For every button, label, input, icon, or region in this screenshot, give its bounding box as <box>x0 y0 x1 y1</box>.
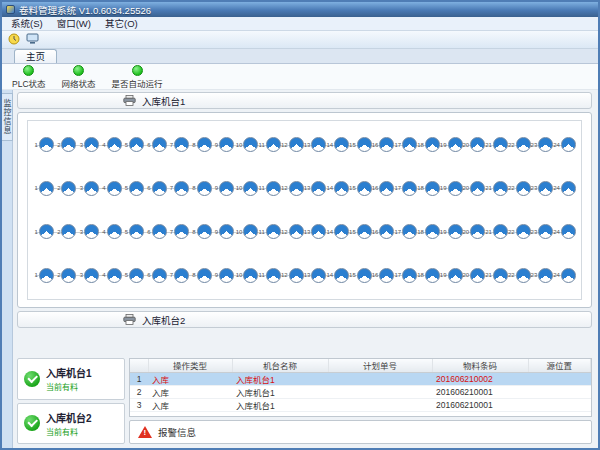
menu-item[interactable]: 其它(O) <box>98 17 145 30</box>
reel-gauge-icon <box>379 137 394 152</box>
slot-number: 2 <box>57 142 60 148</box>
slot-number: 22 <box>508 185 515 191</box>
gauge-slot: 10 <box>236 137 259 152</box>
slot-number: 6 <box>147 142 150 148</box>
slot-number: 13 <box>304 272 311 278</box>
gauge-slot: 14 <box>326 224 349 239</box>
slot-number: 3 <box>80 142 83 148</box>
content-area: 入库机台1 1234567891011121314151617181920212… <box>13 90 598 448</box>
reel-gauge-icon <box>243 268 258 283</box>
slot-number: 14 <box>326 229 333 235</box>
slot-number: 20 <box>463 142 470 148</box>
table-header[interactable]: 物料条码 <box>432 359 528 372</box>
slot-number: 17 <box>394 142 401 148</box>
reel-gauge-icon <box>516 268 531 283</box>
printer-icon[interactable] <box>123 95 136 106</box>
reel-gauge-icon <box>334 137 349 152</box>
slot-number: 4 <box>102 185 105 191</box>
gauge-slot: 14 <box>326 181 349 196</box>
slot-number: 5 <box>125 185 128 191</box>
gauge-slot: 4 <box>101 181 124 196</box>
slot-number: 22 <box>508 272 515 278</box>
reel-gauge-icon <box>152 137 167 152</box>
reel-gauge-icon <box>61 268 76 283</box>
slot-number: 4 <box>102 142 105 148</box>
table-cell: 入库机台1 <box>232 385 328 398</box>
reel-gauge-icon <box>402 181 417 196</box>
reel-gauge-icon <box>402 268 417 283</box>
gauge-slot: 24 <box>553 268 576 283</box>
title-bar: 卷料管理系统 V1.0.6034.25526 <box>2 2 598 17</box>
gauge-slot: 9 <box>213 224 236 239</box>
reel-gauge-icon <box>289 137 304 152</box>
monitor-toolbar-button[interactable] <box>24 32 41 48</box>
gauge-slot: 16 <box>372 224 395 239</box>
gauge-slot: 15 <box>349 224 372 239</box>
check-icon <box>24 371 40 387</box>
side-dock-tab[interactable]: 监控信息 <box>2 93 13 141</box>
machine-card-status: 当前有料 <box>46 426 92 437</box>
reel-gauge-icon <box>174 224 189 239</box>
menu-bar: 系统(S)窗口(W)其它(O) <box>2 17 598 31</box>
gauge-slot: 17 <box>394 137 417 152</box>
table-row[interactable]: 1入库入库机台1201606210002 <box>130 372 591 385</box>
tab-home[interactable]: 主页 <box>14 49 57 63</box>
gauge-slot: 20 <box>463 137 486 152</box>
status-led-icon <box>132 65 143 76</box>
table-header[interactable]: 操作类型 <box>148 359 232 372</box>
gauge-slot: 1 <box>33 181 56 196</box>
table-header[interactable]: 机台名称 <box>232 359 328 372</box>
slot-number: 12 <box>281 272 288 278</box>
slot-number: 16 <box>372 272 379 278</box>
reel-gauge-icon <box>152 268 167 283</box>
gauge-slot: 10 <box>236 181 259 196</box>
table-row[interactable]: 3入库入库机台1201606210001 <box>130 398 591 411</box>
gauge-slot: 6 <box>146 224 169 239</box>
alarm-panel: 报警信息 <box>129 420 592 444</box>
slot-number: 18 <box>417 142 424 148</box>
reel-gauge-icon <box>425 224 440 239</box>
gauge-slot: 18 <box>417 181 440 196</box>
table-header[interactable]: 源位置 <box>528 359 591 372</box>
slot-number: 3 <box>80 229 83 235</box>
gauge-slot: 17 <box>394 181 417 196</box>
table-header[interactable]: 计划单号 <box>328 359 432 372</box>
slot-number: 18 <box>417 272 424 278</box>
reel-gauge-icon <box>357 224 372 239</box>
gauge-slot: 5 <box>123 137 146 152</box>
table-cell: 201606210001 <box>432 398 528 411</box>
gauge-slot: 16 <box>372 137 395 152</box>
gauge-slot: 4 <box>101 268 124 283</box>
gauge-slot: 10 <box>236 224 259 239</box>
table-header-index <box>130 359 148 372</box>
machine-card-title: 入库机台1 <box>46 365 92 380</box>
gauge-slot: 11 <box>258 181 281 196</box>
gauge-slot: 13 <box>304 224 327 239</box>
reel-gauge-icon <box>84 268 99 283</box>
reel-gauge-icon <box>538 137 553 152</box>
reel-gauge-icon <box>516 181 531 196</box>
reel-gauge-icon <box>470 268 485 283</box>
machine1-section-header: 入库机台1 <box>17 92 592 109</box>
table-body: 1入库入库机台12016062100022入库入库机台1201606210001… <box>130 372 591 411</box>
slot-number: 19 <box>440 229 447 235</box>
reel-gauge-icon <box>266 137 281 152</box>
machine-cards: 入库机台1当前有料入库机台2当前有料 <box>17 358 125 444</box>
gauge-slot: 11 <box>258 224 281 239</box>
slot-number: 6 <box>147 185 150 191</box>
slot-number: 19 <box>440 272 447 278</box>
gauge-slot: 11 <box>258 268 281 283</box>
reel-gauge-icon <box>425 137 440 152</box>
reel-gauge-icon <box>538 224 553 239</box>
gauge-slot: 7 <box>168 224 191 239</box>
menu-item[interactable]: 窗口(W) <box>50 17 98 30</box>
clock-toolbar-button[interactable] <box>5 32 22 48</box>
menu-item[interactable]: 系统(S) <box>4 17 50 30</box>
reel-gauge-icon <box>311 224 326 239</box>
table-row[interactable]: 2入库入库机台1201606210001 <box>130 385 591 398</box>
machine1-section-title: 入库机台1 <box>142 94 185 108</box>
gauge-slot: 21 <box>485 181 508 196</box>
printer-icon[interactable] <box>123 314 136 325</box>
slot-number: 3 <box>80 185 83 191</box>
app-window: 卷料管理系统 V1.0.6034.25526 系统(S)窗口(W)其它(O) 主… <box>0 0 600 450</box>
